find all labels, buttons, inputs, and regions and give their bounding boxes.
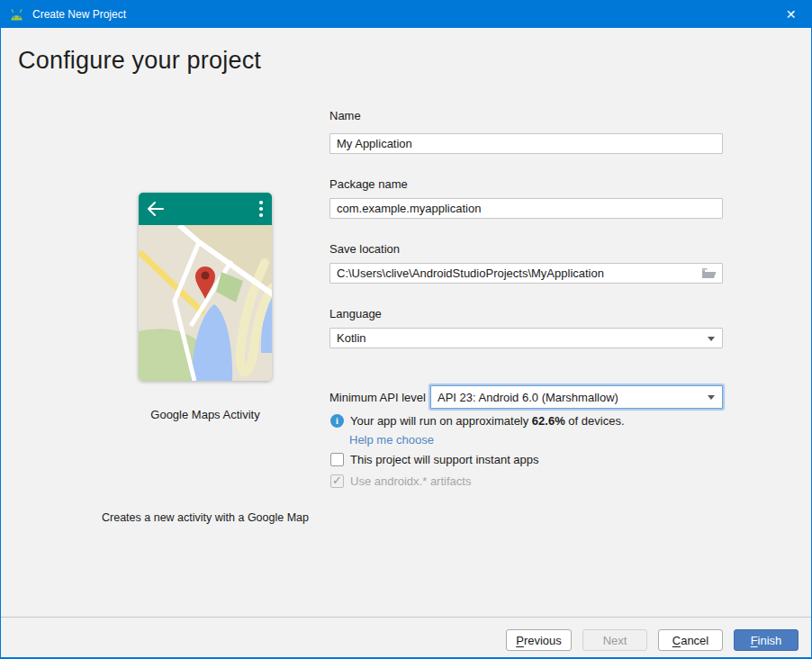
template-preview-card (139, 193, 272, 381)
chevron-down-icon (708, 337, 715, 341)
instant-apps-label: This project will support instant apps (350, 453, 539, 466)
chevron-down-icon (708, 395, 715, 400)
name-label: Name (329, 109, 361, 122)
language-label: Language (329, 307, 382, 320)
android-logo-icon (9, 8, 24, 22)
cancel-button[interactable]: Cancel (658, 629, 723, 651)
androidx-label: Use androidx.* artifacts (350, 474, 471, 488)
androidx-checkbox-row: Use androidx.* artifacts (330, 474, 471, 488)
device-percentage: 62.6% (532, 414, 565, 428)
instant-apps-checkbox-row[interactable]: This project will support instant apps (330, 453, 539, 466)
instant-apps-checkbox[interactable] (330, 453, 344, 466)
androidx-checkbox (330, 474, 344, 488)
language-dropdown[interactable]: Kotlin (329, 328, 723, 348)
window-title: Create New Project (32, 8, 126, 21)
help-me-choose-link[interactable]: Help me choose (349, 433, 434, 447)
finish-button[interactable]: Finish (734, 629, 798, 651)
preview-appbar (139, 193, 272, 225)
package-name-input[interactable] (329, 198, 723, 219)
back-arrow-icon (149, 203, 163, 215)
min-api-value: API 23: Android 6.0 (Marshmallow) (438, 391, 618, 404)
save-location-label: Save location (329, 242, 400, 256)
info-icon: i (330, 414, 344, 428)
package-name-label: Package name (329, 177, 408, 191)
previous-button[interactable]: Previous (506, 629, 572, 651)
save-location-input[interactable] (329, 263, 723, 284)
api-info-row: i Your app will run on approximately 62.… (330, 414, 625, 428)
name-input[interactable] (329, 133, 723, 154)
api-info-text: Your app will run on approximately 62.6%… (350, 414, 625, 428)
create-new-project-dialog: Create New Project ✕ Configure your proj… (0, 0, 812, 659)
next-button: Next (582, 629, 647, 651)
browse-folder-icon[interactable] (701, 267, 717, 279)
template-name: Google Maps Activity (70, 408, 340, 421)
close-icon: ✕ (786, 7, 797, 22)
page-title: Configure your project (18, 47, 261, 75)
project-config-form: Name Package name Save location Language… (329, 1, 723, 595)
min-api-label: Minimum API level (329, 390, 426, 405)
close-button[interactable]: ✕ (771, 1, 811, 28)
overflow-menu-icon (259, 201, 263, 217)
map-preview (139, 225, 272, 381)
language-value: Kotlin (337, 331, 366, 345)
min-api-dropdown[interactable]: API 23: Android 6.0 (Marshmallow) (430, 385, 723, 409)
footer-separator (1, 617, 811, 618)
